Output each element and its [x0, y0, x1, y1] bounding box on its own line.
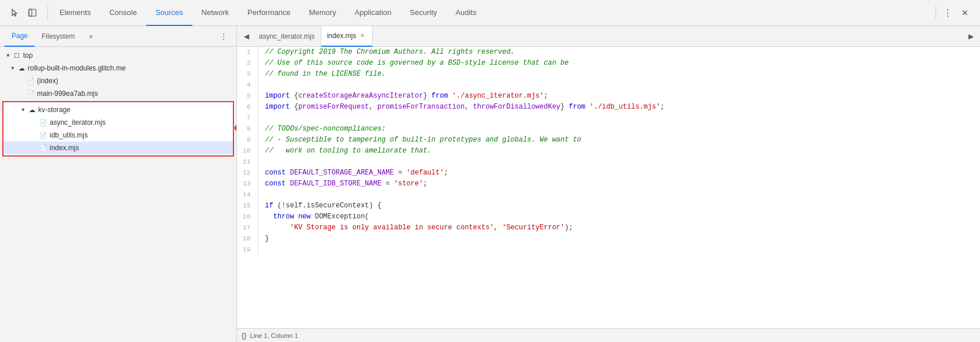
file-icon-idb: 📄 [39, 131, 47, 139]
tab-elements[interactable]: Elements [50, 0, 100, 26]
tree-label-index-mjs: index.mjs [50, 144, 79, 152]
line-num-5: 5 [237, 91, 258, 102]
code-line-4: 4 [237, 80, 980, 91]
line-num-13: 13 [237, 179, 258, 189]
line-content-15: if (!self.isSecureContext) { [258, 200, 980, 211]
editor-tab-async-label: async_iterator.mjs [259, 32, 315, 40]
more-tools-icon[interactable]: ⋮ [940, 5, 956, 21]
code-line-16: 16 throw new DOMException( [237, 211, 980, 222]
toolbar-icon-group [2, 5, 45, 21]
tab-network[interactable]: Network [192, 0, 239, 26]
line-num-1: 1 [237, 47, 258, 58]
tree-item-async-iterator[interactable]: ▶ 📄 async_iterator.mjs [3, 116, 233, 129]
status-braces-icon[interactable]: {} [242, 331, 247, 340]
tree-item-kv-storage[interactable]: ▼ ☁ kv-storage [3, 103, 233, 116]
svg-rect-0 [29, 9, 36, 16]
tree-arrow-glitch: ▼ [9, 65, 16, 72]
tab-sources[interactable]: Sources [146, 0, 192, 26]
code-line-13: 13 const DEFAULT_IDB_STORE_NAME = 'store… [237, 179, 980, 189]
line-content-11 [258, 157, 980, 168]
code-line-3: 3 // found in the LICENSE file. [237, 69, 980, 80]
toolbar-divider [47, 6, 48, 20]
line-num-10: 10 [237, 146, 258, 157]
line-content-13: const DEFAULT_IDB_STORE_NAME = 'store'; [258, 179, 980, 189]
cursor-icon[interactable] [7, 5, 23, 21]
svg-rect-1 [29, 9, 32, 16]
editor-tab-async[interactable]: async_iterator.mjs [253, 26, 321, 47]
tab-page[interactable]: Page [5, 26, 35, 47]
tab-memory[interactable]: Memory [300, 0, 346, 26]
code-editor[interactable]: 1 // Copyright 2019 The Chromium Authors… [237, 47, 980, 328]
dock-icon[interactable] [24, 5, 40, 21]
tree-item-index-mjs[interactable]: ▶ 📄 index.mjs [3, 142, 233, 154]
kv-storage-group: ▼ ☁ kv-storage ▶ 📄 async_iterator.mjs ▶ … [2, 101, 234, 157]
line-content-10: // work on tooling to ameliorate that. [258, 146, 980, 157]
left-panel-tabs: Page Filesystem » ⋮ [0, 26, 236, 47]
code-line-5: 5 import {createStorageAreaAsyncIterator… [237, 91, 980, 102]
tree-label-kv: kv-storage [38, 106, 70, 114]
tab-security[interactable]: Security [400, 0, 446, 26]
editor-nav-left-icon[interactable]: ◀ [239, 29, 253, 43]
line-content-5: import {createStorageAreaAsyncIterator} … [258, 91, 980, 102]
tab-console[interactable]: Console [100, 0, 146, 26]
line-content-17: 'KV Storage is only available in secure … [258, 222, 980, 233]
tree-label-top: top [23, 51, 33, 60]
close-devtools-icon[interactable]: ✕ [957, 5, 973, 21]
tree-label-main-mjs: main-999ea7ab.mjs [37, 90, 98, 98]
editor-tab-index[interactable]: index.mjs ✕ [321, 26, 373, 47]
tree-item-top[interactable]: ▼ ☐ top [0, 49, 236, 62]
cloud-icon-kv: ☁ [28, 106, 36, 114]
line-num-11: 11 [237, 157, 258, 168]
tab-application[interactable]: Application [346, 0, 401, 26]
tab-filesystem[interactable]: Filesystem [35, 26, 81, 47]
toolbar-tabs: Elements Console Sources Network Perform… [50, 0, 929, 26]
tree-item-main-mjs[interactable]: ▶ 📄 main-999ea7ab.mjs [0, 87, 236, 100]
editor-nav-right-icon[interactable]: ▶ [964, 29, 978, 43]
line-num-18: 18 [237, 233, 258, 244]
kv-storage-border-box: ▼ ☁ kv-storage ▶ 📄 async_iterator.mjs ▶ … [2, 101, 234, 157]
line-num-6: 6 [237, 102, 258, 113]
line-num-15: 15 [237, 200, 258, 211]
tree-label-index: (index) [37, 77, 58, 85]
tree-item-index[interactable]: ▶ 📄 (index) [0, 75, 236, 87]
code-line-7: 7 [237, 113, 980, 124]
line-num-16: 16 [237, 211, 258, 222]
editor-tabs: ◀ async_iterator.mjs index.mjs ✕ ▶ [237, 26, 980, 47]
editor-tab-index-label: index.mjs [327, 32, 357, 40]
panel-options-icon[interactable]: ⋮ [216, 28, 232, 44]
code-table: 1 // Copyright 2019 The Chromium Authors… [237, 47, 980, 255]
line-num-8: 8 [237, 124, 258, 135]
line-content-16: throw new DOMException( [258, 211, 980, 222]
red-arrow [234, 121, 236, 137]
code-line-19: 19 [237, 244, 980, 255]
tree-label-idb: idb_utils.mjs [50, 131, 88, 139]
left-panel: Page Filesystem » ⋮ ▼ ☐ top ▼ ☁ rollup-b… [0, 26, 237, 342]
more-tabs-icon[interactable]: » [83, 28, 99, 44]
status-bar: {} Line 1, Column 1 [237, 328, 980, 342]
code-line-1: 1 // Copyright 2019 The Chromium Authors… [237, 47, 980, 58]
line-num-7: 7 [237, 113, 258, 124]
tree-arrow-kv: ▼ [20, 106, 27, 113]
line-num-19: 19 [237, 244, 258, 255]
tree-label-async: async_iterator.mjs [50, 118, 106, 127]
tab-performance[interactable]: Performance [238, 0, 299, 26]
toolbar-divider-right [936, 6, 936, 20]
tree-item-idb-utils[interactable]: ▶ 📄 idb_utils.mjs [3, 129, 233, 142]
tab-audits[interactable]: Audits [446, 0, 485, 26]
line-content-14 [258, 189, 980, 200]
line-num-14: 14 [237, 189, 258, 200]
main-toolbar: Elements Console Sources Network Perform… [0, 0, 980, 26]
tree-item-glitch[interactable]: ▼ ☁ rollup-built-in-modules.glitch.me [0, 62, 236, 75]
file-icon-async: 📄 [39, 118, 47, 127]
line-content-12: const DEFAULT_STORAGE_AREA_NAME = 'defau… [258, 168, 980, 179]
line-content-18: } [258, 233, 980, 244]
code-line-18: 18 } [237, 233, 980, 244]
line-content-9: // - Susceptible to tampering of built-i… [258, 135, 980, 146]
editor-tab-close-icon[interactable]: ✕ [358, 32, 366, 40]
line-content-2: // Use of this source code is governed b… [258, 58, 980, 69]
line-content-7 [258, 113, 980, 124]
line-num-4: 4 [237, 80, 258, 91]
line-content-6: import {promiseForRequest, promiseForTra… [258, 102, 980, 113]
svg-marker-2 [234, 121, 236, 135]
right-panel: ◀ async_iterator.mjs index.mjs ✕ ▶ 1 // … [237, 26, 980, 342]
